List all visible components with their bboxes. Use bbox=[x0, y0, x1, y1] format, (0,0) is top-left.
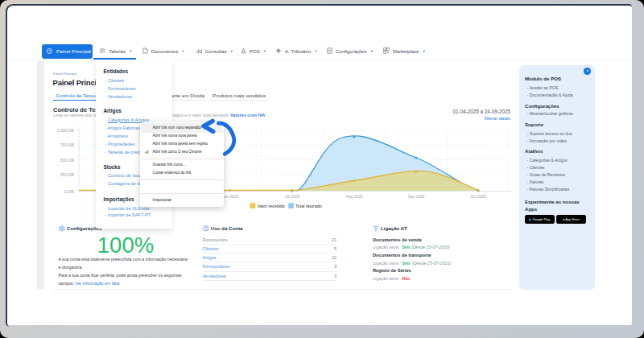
svg-text:Valor recebido: Valor recebido bbox=[258, 204, 285, 208]
svg-text:Total faturado: Total faturado bbox=[295, 204, 322, 208]
svg-text:1.000,00€: 1.000,00€ bbox=[57, 129, 75, 133]
svg-text:750,00€: 750,00€ bbox=[60, 143, 75, 147]
svg-text:Oct 2025: Oct 2025 bbox=[470, 195, 486, 199]
svg-text:Aug 2025: Aug 2025 bbox=[346, 195, 363, 199]
svg-text:Sep 2025: Sep 2025 bbox=[408, 195, 425, 199]
svg-text:Jul 2025: Jul 2025 bbox=[285, 195, 299, 199]
svg-text:0,00€: 0,00€ bbox=[64, 190, 74, 194]
svg-text:250,00€: 250,00€ bbox=[60, 173, 75, 177]
svg-text:500,00€: 500,00€ bbox=[60, 159, 75, 163]
svg-text:Jun 2025: Jun 2025 bbox=[222, 195, 238, 199]
